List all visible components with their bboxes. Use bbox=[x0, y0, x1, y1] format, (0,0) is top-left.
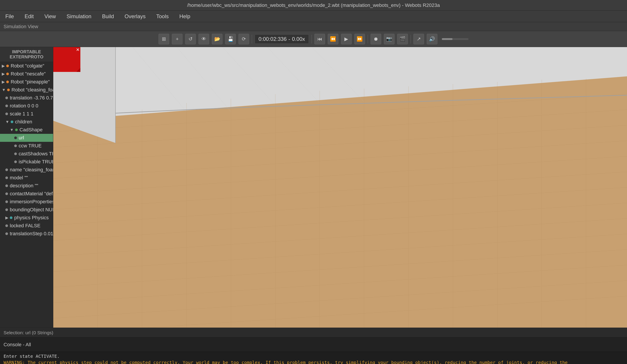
dot-physics bbox=[10, 216, 12, 219]
thumbnail-arrow bbox=[76, 68, 80, 72]
menu-build[interactable]: Build bbox=[100, 12, 116, 20]
share-btn[interactable]: ↗ bbox=[414, 34, 424, 44]
dot-nescafe bbox=[6, 73, 9, 75]
sidebar-item-robot-pineapple[interactable]: ▶ Robot "pineapple" bbox=[0, 78, 53, 86]
dot-url bbox=[14, 137, 17, 139]
menu-edit[interactable]: Edit bbox=[23, 12, 36, 20]
sidebar-item-translation[interactable]: translation -3.76 0.743 0.895 bbox=[0, 94, 53, 102]
open-btn[interactable]: 📂 bbox=[212, 34, 222, 44]
toggle-view-btn[interactable]: ⊞ bbox=[158, 34, 169, 44]
dot-translation bbox=[5, 97, 8, 99]
menu-view[interactable]: View bbox=[43, 12, 58, 20]
sidebar-item-locked[interactable]: locked FALSE bbox=[0, 222, 53, 230]
time-value: 0:00:02:336 bbox=[259, 36, 287, 42]
dot-rotation bbox=[5, 104, 8, 107]
main-area: IMPORTABLE EXTERNPROTO ▶ Robot "colgate"… bbox=[0, 47, 627, 328]
sidebar-item-description[interactable]: description "" bbox=[0, 182, 53, 190]
movie-btn[interactable]: 🎬 bbox=[397, 34, 408, 44]
title-bar: /home/user/wbc_ws/src/manipulation_webot… bbox=[0, 0, 627, 11]
console-bar: Console - All bbox=[0, 337, 627, 352]
sidebar-item-children[interactable]: ▼ children bbox=[0, 118, 53, 126]
sidebar-item-model[interactable]: model "" bbox=[0, 174, 53, 182]
arrow-physics: ▶ bbox=[5, 215, 8, 220]
console-output: Enter state ACTIVATE. WARNING: The curre… bbox=[0, 352, 627, 364]
separator bbox=[252, 35, 252, 44]
sidebar-item-contact-material[interactable]: contactMaterial "default" bbox=[0, 190, 53, 198]
arrow-cadshape: ▼ bbox=[10, 128, 14, 132]
console-line-2: WARNING: The current physics step could … bbox=[3, 359, 624, 364]
dot-cadshape bbox=[15, 129, 18, 131]
time-multiplier: 0.00x bbox=[292, 36, 305, 42]
sidebar-item-translation-step[interactable]: translationStep 0.01 bbox=[0, 230, 53, 238]
dot-contact-material bbox=[5, 192, 8, 195]
menu-bar: File Edit View Simulation Build Overlays… bbox=[0, 11, 627, 22]
sidebar-item-rotation[interactable]: rotation 0 0 0 bbox=[0, 102, 53, 110]
dot-cast-shadows bbox=[14, 153, 17, 155]
sidebar: IMPORTABLE EXTERNPROTO ▶ Robot "colgate"… bbox=[0, 47, 53, 328]
selection-info: Selection: url (0 Strings) bbox=[0, 328, 627, 337]
dot-model bbox=[5, 176, 8, 179]
fast-forward-btn[interactable]: ⏩ bbox=[354, 34, 365, 44]
sidebar-item-bounding-object[interactable]: boundingObject NULL bbox=[0, 206, 53, 214]
menu-tools[interactable]: Tools bbox=[155, 12, 170, 20]
menu-file[interactable]: File bbox=[3, 12, 16, 20]
sidebar-item-url[interactable]: url bbox=[0, 134, 53, 142]
add-btn[interactable]: + bbox=[172, 34, 183, 44]
time-separator: - bbox=[288, 36, 290, 42]
save-btn[interactable]: 💾 bbox=[225, 34, 236, 44]
viewport: ✕ bbox=[53, 47, 627, 328]
dot-description bbox=[5, 184, 8, 187]
simulation-view-label: Simulation View bbox=[0, 22, 627, 31]
dot-name bbox=[5, 168, 8, 171]
sidebar-item-immersion-properties[interactable]: immersionProperties bbox=[0, 198, 53, 206]
dot-pineapple bbox=[6, 81, 9, 83]
volume-slider[interactable] bbox=[442, 38, 469, 40]
menu-simulation[interactable]: Simulation bbox=[65, 12, 93, 20]
toolbar: ⊞ + ↺ 👁 📂 💾 ⟳ 0:00:02:336 - 0.00x ⏮ ⏪ ▶ … bbox=[0, 31, 627, 47]
sidebar-item-cast-shadows[interactable]: castShadows TRUE bbox=[0, 150, 53, 158]
arrow-nescafe: ▶ bbox=[2, 71, 5, 76]
menu-overlays[interactable]: Overlays bbox=[123, 12, 148, 20]
separator4 bbox=[411, 35, 411, 44]
screenshot-btn[interactable]: 📷 bbox=[384, 34, 395, 44]
thumbnail-close-btn[interactable]: ✕ bbox=[75, 48, 80, 52]
eye-btn[interactable]: 👁 bbox=[199, 34, 209, 44]
sidebar-item-cadshape[interactable]: ▼ CadShape bbox=[0, 126, 53, 134]
time-display: 0:00:02:336 - 0.00x bbox=[255, 34, 309, 44]
sidebar-item-robot-colgate[interactable]: ▶ Robot "colgate" bbox=[0, 62, 53, 70]
sidebar-item-is-pickable[interactable]: isPickable TRUE bbox=[0, 158, 53, 166]
dot-scale bbox=[5, 112, 8, 115]
dot-locked bbox=[5, 224, 8, 227]
arrow-pineapple: ▶ bbox=[2, 79, 5, 84]
dot-children bbox=[11, 120, 13, 123]
sidebar-item-name[interactable]: name "cleasing_foam" bbox=[0, 166, 53, 174]
step-back-btn[interactable]: ⏪ bbox=[328, 34, 338, 44]
separator2 bbox=[312, 35, 312, 44]
sound-btn[interactable]: 🔊 bbox=[427, 34, 437, 44]
separator3 bbox=[368, 35, 368, 44]
menu-help[interactable]: Help bbox=[178, 12, 192, 20]
dot-cleasing bbox=[7, 89, 10, 91]
title-text: /home/user/wbc_ws/src/manipulation_webot… bbox=[187, 2, 440, 8]
sidebar-header: IMPORTABLE EXTERNPROTO bbox=[0, 47, 53, 62]
sidebar-item-scale[interactable]: scale 1 1 1 bbox=[0, 110, 53, 118]
reload-btn[interactable]: ⟳ bbox=[238, 34, 249, 44]
dot-ccw bbox=[14, 145, 17, 147]
arrow-cleasing: ▼ bbox=[2, 88, 6, 92]
play-btn[interactable]: ▶ bbox=[341, 34, 352, 44]
dot-translation-step bbox=[5, 232, 8, 235]
scene-background: ✕ bbox=[53, 47, 627, 328]
dot-is-pickable bbox=[14, 160, 17, 163]
sidebar-item-robot-nescafe[interactable]: ▶ Robot "nescafe" bbox=[0, 70, 53, 78]
sidebar-item-ccw[interactable]: ccw TRUE bbox=[0, 142, 53, 150]
dot-immersion bbox=[5, 201, 8, 203]
record-btn[interactable]: ⏺ bbox=[370, 34, 381, 44]
undo-btn[interactable]: ↺ bbox=[185, 34, 196, 44]
scene-svg bbox=[53, 47, 627, 328]
robot-thumbnail: ✕ bbox=[53, 47, 80, 72]
sidebar-item-robot-cleasing-foam[interactable]: ▼ Robot "cleasing_foam" bbox=[0, 86, 53, 94]
sidebar-item-physics[interactable]: ▶ physics Physics bbox=[0, 214, 53, 222]
console-line-1: Enter state ACTIVATE. bbox=[3, 353, 624, 359]
rewind-btn[interactable]: ⏮ bbox=[314, 34, 325, 44]
dot-colgate bbox=[6, 65, 9, 67]
